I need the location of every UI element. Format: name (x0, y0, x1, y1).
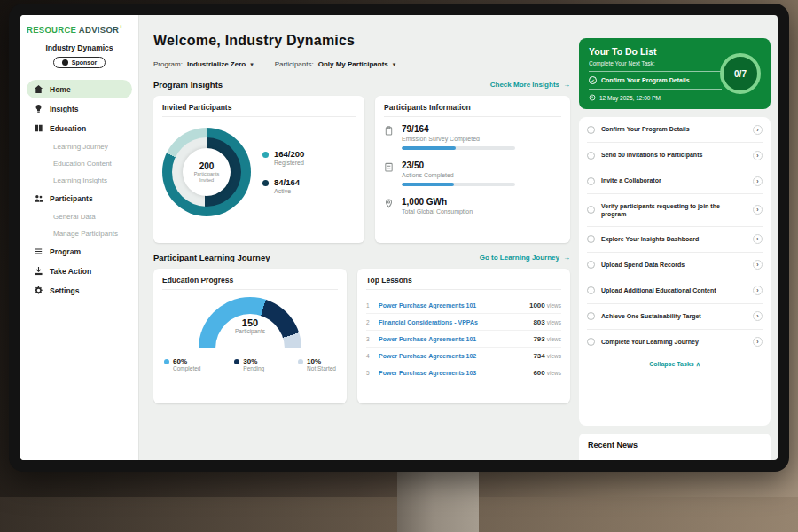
task-label: Upload Additional Educational Content (601, 286, 747, 294)
program-insights-header: Program Insights Check More Insights → (153, 80, 570, 90)
sidebar-item-general-data[interactable]: General Data (27, 208, 132, 224)
list-icon (34, 246, 43, 256)
task-row[interactable]: Invite a Collaborator › (587, 168, 763, 194)
donut-center-value: 200 (200, 161, 215, 171)
program-filter-value: Industrialize Zero (187, 60, 246, 68)
survey-icon (384, 125, 394, 137)
legend-item-not-started: 10% Not Started (298, 357, 336, 372)
task-row[interactable]: Confirm Your Program Details › (587, 117, 763, 143)
chevron-right-icon[interactable]: › (753, 151, 763, 160)
sidebar-item-insights[interactable]: Insights (27, 99, 132, 118)
chevron-right-icon[interactable]: › (753, 176, 763, 186)
task-row[interactable]: Achieve One Sustainability Target › (587, 304, 763, 330)
app-logo: RESOURCE ADVISOR+ (27, 24, 132, 35)
chevron-right-icon[interactable]: › (753, 260, 763, 270)
chevron-right-icon[interactable]: › (753, 337, 763, 347)
task-checkbox[interactable] (587, 338, 595, 346)
stat-value: 1,000 GWh (402, 197, 473, 207)
task-row[interactable]: Upload Additional Educational Content › (587, 278, 763, 304)
lesson-row: 3 Power Purchase Agreements 101 793views (366, 331, 561, 348)
collapse-tasks-link[interactable]: Collapse Tasks ∧ (587, 355, 763, 373)
legend-item-pending: 30% Pending (234, 357, 264, 372)
donut-center-label: Participants Invited (189, 171, 224, 184)
legend-label: Completed (173, 365, 200, 372)
invited-legend: 164/200 Registered 84/164 Active (262, 150, 304, 194)
participants-filter-value: Only My Participants (318, 60, 388, 68)
task-row[interactable]: Upload Spend Data Records › (587, 253, 763, 278)
program-filter-label: Program: (153, 60, 183, 68)
sidebar-item-home[interactable]: Home (27, 80, 132, 98)
sidebar-item-learning-journey[interactable]: Learning Journey (27, 138, 132, 154)
task-row[interactable]: Verify participants requesting to join t… (587, 194, 763, 227)
sidebar-item-manage-participants[interactable]: Manage Participants (27, 225, 132, 241)
task-checkbox[interactable] (587, 286, 595, 294)
task-checkbox[interactable] (587, 235, 595, 243)
legend-value: 164/200 (274, 150, 304, 160)
task-checkbox[interactable] (587, 261, 595, 269)
sidebar-item-education[interactable]: Education (27, 119, 132, 137)
chevron-right-icon[interactable]: › (753, 286, 763, 295)
legend-dot (262, 180, 269, 186)
task-list-card: Confirm Your Program Details › Send 50 I… (579, 117, 771, 426)
card-title: Top Lessons (366, 276, 561, 290)
lesson-link[interactable]: Power Purchase Agreements 103 (379, 370, 528, 376)
lesson-views: 734views (533, 352, 561, 360)
sidebar-item-education-content[interactable]: Education Content (27, 155, 132, 171)
recent-news-header[interactable]: Recent News (579, 434, 771, 460)
stat-global-consumption: 1,000 GWh Total Global Consumption (384, 197, 561, 219)
invited-donut-wrap: 200 Participants Invited 164/200 Registe… (162, 124, 356, 216)
task-checkbox[interactable] (587, 126, 595, 134)
sponsor-icon (62, 59, 68, 66)
chevron-right-icon[interactable]: › (753, 125, 763, 135)
task-row[interactable]: Explore Your Insights Dashboard › (587, 227, 763, 253)
lesson-link[interactable]: Power Purchase Agreements 102 (379, 353, 528, 359)
task-checkbox[interactable] (587, 312, 595, 320)
stat-label: Actions Completed (402, 172, 515, 178)
lesson-views: 1000views (529, 301, 561, 309)
chevron-right-icon[interactable]: › (753, 234, 763, 244)
legend-value: 84/164 (274, 178, 300, 188)
legend-dot (298, 359, 303, 364)
lesson-link[interactable]: Power Purchase Agreements 101 (379, 302, 524, 309)
task-label: Achieve One Sustainability Target (601, 312, 747, 320)
sidebar-item-program[interactable]: Program (27, 242, 132, 261)
chevron-right-icon[interactable]: › (753, 311, 763, 321)
next-task-row[interactable]: ✓ Confirm Your Program Details (589, 71, 722, 90)
todo-progress-badge: 0/7 (720, 53, 761, 94)
arrow-right-icon: → (563, 81, 570, 89)
go-to-learning-journey-link[interactable]: Go to Learning Journey → (480, 254, 570, 262)
task-checkbox[interactable] (587, 152, 595, 160)
sidebar-item-label: Participants (50, 194, 93, 203)
program-filter-dropdown[interactable]: Program: Industrialize Zero ▾ (153, 60, 254, 68)
chevron-right-icon[interactable]: › (753, 205, 763, 215)
sidebar-item-settings[interactable]: Settings (27, 281, 132, 300)
check-icon: ✓ (589, 76, 597, 84)
lesson-link[interactable]: Power Purchase Agreements 101 (379, 336, 528, 342)
sidebar-item-take-action[interactable]: Take Action (27, 262, 132, 280)
link-label: Check More Insights (490, 81, 559, 89)
sidebar-item-label: Settings (50, 286, 80, 295)
stat-emission-survey: 79/164 Emission Survey Completed (384, 124, 561, 150)
brand-secondary: ADVISOR (79, 25, 119, 35)
sidebar: RESOURCE ADVISOR+ Industry Dynamics Spon… (20, 15, 139, 460)
stat-value: 79/164 (402, 124, 515, 134)
task-checkbox[interactable] (587, 206, 595, 214)
legend-label: Pending (243, 365, 264, 372)
task-row[interactable]: Complete Your Learning Journey › (587, 330, 763, 355)
sidebar-item-learning-insights[interactable]: Learning Insights (27, 172, 132, 188)
participants-filter-dropdown[interactable]: Participants: Only My Participants ▾ (275, 60, 396, 68)
sidebar-item-label: Education (50, 124, 86, 133)
legend-dot (234, 359, 239, 364)
lesson-link[interactable]: Financial Considerations - VPPAs (379, 319, 528, 325)
task-row[interactable]: Send 50 Invitations to Participants › (587, 143, 763, 168)
sidebar-item-participants[interactable]: Participants (27, 189, 132, 207)
task-label: Invite a Collaborator (601, 176, 747, 184)
task-checkbox[interactable] (587, 177, 595, 185)
stat-label: Total Global Consumption (402, 208, 473, 215)
card-title: Invited Participants (162, 103, 356, 117)
check-more-insights-link[interactable]: Check More Insights → (490, 81, 570, 89)
link-label: Go to Learning Journey (480, 254, 559, 262)
legend-value: 10% (307, 357, 336, 365)
legend-value: 60% (173, 357, 200, 365)
lesson-rank: 4 (366, 353, 373, 359)
